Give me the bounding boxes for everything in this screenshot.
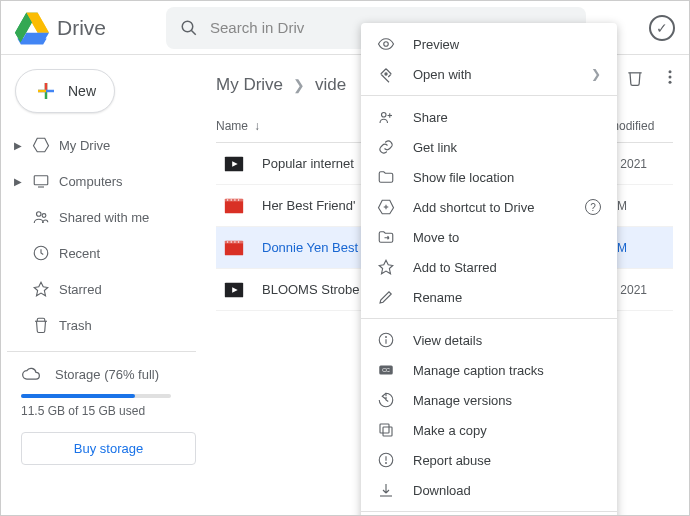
rename-icon [377,288,395,306]
svg-line-5 [191,30,196,35]
context-menu: PreviewOpen with❯ShareGet linkShow file … [361,23,617,516]
menu-item-add-shortcut-to-drive[interactable]: Add shortcut to Drive? [361,192,617,222]
svg-point-10 [42,214,46,218]
delete-button[interactable] [625,67,645,87]
account-button[interactable] [649,15,675,41]
menu-item-manage-versions[interactable]: Manage versions [361,385,617,415]
file-type-icon [222,194,246,218]
menu-item-label: Report abuse [413,453,491,468]
menu-item-label: Download [413,483,471,498]
menu-item-get-link[interactable]: Get link [361,132,617,162]
buy-storage-button[interactable]: Buy storage [21,432,196,465]
mydrive-icon [31,135,51,155]
sidebar-item-storage[interactable]: Storage (76% full) [7,364,196,384]
svg-point-34 [382,113,387,118]
copy-icon [377,421,395,439]
divider [7,351,196,352]
more-options-button[interactable] [661,68,679,86]
star-icon [377,258,395,276]
sidebar-item-trash[interactable]: Trash [7,307,196,343]
app-logo[interactable]: Drive [15,11,106,45]
menu-item-report-abuse[interactable]: Report abuse [361,445,617,475]
storage-bar [21,394,171,398]
svg-point-21 [231,199,232,200]
menu-item-label: Move to [413,230,459,245]
sidebar-item-my-drive[interactable]: ▶ My Drive [7,127,196,163]
svg-marker-6 [34,138,49,152]
sidebar-item-label: My Drive [59,138,110,153]
svg-marker-40 [379,260,393,274]
sidebar: New ▶ My Drive ▶ Computers Shared with m… [1,55,206,515]
menu-item-label: Make a copy [413,423,487,438]
breadcrumb-folder[interactable]: vide [315,75,346,95]
sidebar-item-shared[interactable]: Shared with me [7,199,196,235]
cloud-icon [21,364,41,384]
menu-item-label: Add shortcut to Drive [413,200,534,215]
search-icon [180,19,198,37]
menu-item-label: Get link [413,140,457,155]
menu-item-rename[interactable]: Rename [361,282,617,312]
svg-point-29 [238,241,239,242]
sidebar-item-starred[interactable]: Starred [7,271,196,307]
help-icon[interactable]: ? [585,199,601,215]
svg-point-9 [37,212,42,217]
svg-point-13 [669,70,672,73]
menu-item-download[interactable]: Download [361,475,617,505]
menu-item-share[interactable]: Share [361,102,617,132]
file-type-icon [222,278,246,302]
menu-item-open-with[interactable]: Open with❯ [361,59,617,89]
toolbar [625,67,679,87]
shortcut-icon [377,198,395,216]
sidebar-item-label: Computers [59,174,123,189]
plus-icon [34,79,58,103]
link-icon [377,138,395,156]
star-icon [31,279,51,299]
computers-icon [31,171,51,191]
info-icon [377,331,395,349]
menu-item-label: Add to Starred [413,260,497,275]
file-type-icon [222,236,246,260]
breadcrumb-root[interactable]: My Drive [216,75,283,95]
expand-icon: ▶ [13,140,23,151]
svg-point-20 [227,199,228,200]
sidebar-item-computers[interactable]: ▶ Computers [7,163,196,199]
menu-item-label: View details [413,333,482,348]
moveto-icon [377,228,395,246]
svg-marker-12 [34,282,48,296]
menu-item-manage-caption-tracks[interactable]: CCManage caption tracks [361,355,617,385]
svg-rect-7 [34,176,48,185]
svg-point-33 [385,73,387,75]
svg-point-27 [231,241,232,242]
menu-item-make-a-copy[interactable]: Make a copy [361,415,617,445]
chevron-right-icon: ❯ [293,77,305,93]
menu-item-label: Show file location [413,170,514,185]
svg-point-43 [386,337,387,338]
shared-icon [31,207,51,227]
menu-divider [361,95,617,96]
new-button-label: New [68,83,96,99]
menu-item-label: Manage caption tracks [413,363,544,378]
openwith-icon [377,65,395,83]
menu-item-label: Manage versions [413,393,512,408]
drive-logo-icon [15,11,49,45]
menu-item-view-details[interactable]: View details [361,325,617,355]
svg-point-28 [234,241,235,242]
cc-icon: CC [377,361,395,379]
menu-item-add-to-starred[interactable]: Add to Starred [361,252,617,282]
new-button[interactable]: New [15,69,115,113]
menu-item-label: Preview [413,37,459,52]
sidebar-item-recent[interactable]: Recent [7,235,196,271]
sidebar-item-label: Trash [59,318,92,333]
app-name: Drive [57,16,106,40]
svg-point-50 [386,463,387,464]
menu-divider [361,318,617,319]
sidebar-item-label: Shared with me [59,210,149,225]
svg-point-32 [384,42,389,47]
menu-item-move-to[interactable]: Move to [361,222,617,252]
eye-icon [377,35,395,53]
sidebar-item-label: Recent [59,246,100,261]
menu-item-show-file-location[interactable]: Show file location [361,162,617,192]
svg-rect-46 [383,427,392,436]
svg-point-23 [238,199,239,200]
menu-item-preview[interactable]: Preview [361,29,617,59]
